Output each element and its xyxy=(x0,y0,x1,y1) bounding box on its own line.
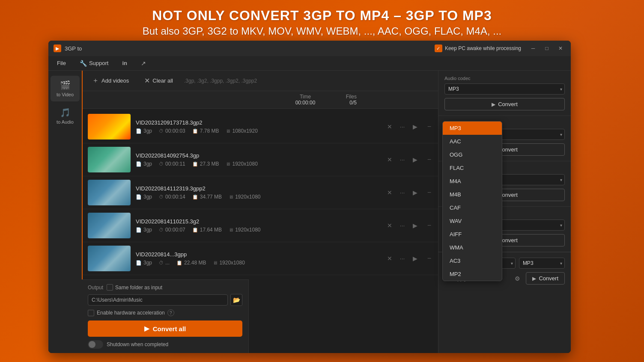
keep-awake-checkbox[interactable]: ✓ xyxy=(435,45,442,52)
dropdown-item[interactable]: AIFF xyxy=(443,228,502,241)
minimize-button[interactable]: ─ xyxy=(528,45,538,52)
play-preview-button[interactable]: ▶ xyxy=(410,187,420,198)
file-actions: ✕ ··· ▶ xyxy=(385,220,420,231)
clear-all-button[interactable]: ✕ Clear all xyxy=(140,74,177,87)
file-name: VID20220814112319.3gpp2 xyxy=(136,185,385,192)
menu-share[interactable]: ↗ xyxy=(137,58,149,68)
file-thumbnail xyxy=(88,213,131,238)
menubar: File 🔧 Support in ↗ xyxy=(48,56,571,71)
menu-support[interactable]: 🔧 Support xyxy=(76,58,112,68)
audio-icon: 🎵 xyxy=(60,107,71,118)
menu-file[interactable]: File xyxy=(54,58,69,68)
remove-file-button[interactable]: ✕ xyxy=(385,220,395,231)
file-size-icon: 📋 xyxy=(192,194,198,200)
file-name: VID20231209173718.3gp2 xyxy=(136,119,385,126)
shutdown-toggle[interactable] xyxy=(88,340,103,349)
titlebar-controls: ─ □ ✕ xyxy=(528,45,566,52)
sidebar-video-label: to Video xyxy=(57,92,74,97)
collapse-button[interactable]: − xyxy=(426,121,433,132)
remove-file-button[interactable]: ✕ xyxy=(385,187,395,198)
play-preview-button[interactable]: ▶ xyxy=(410,220,420,231)
hw-accel-checkbox[interactable] xyxy=(88,310,94,316)
same-folder-box[interactable] xyxy=(107,284,113,291)
table-row: VID20220814...3gpp 📄 3gp ⏱ ... 📋 22.48 M… xyxy=(83,242,438,275)
output-section: Output Same folder as input 📂 Enable har… xyxy=(82,279,249,353)
add-videos-button[interactable]: ＋ Add videos xyxy=(88,74,133,87)
file-name: VID20220814...3gpp xyxy=(136,251,385,258)
remove-file-button[interactable]: ✕ xyxy=(385,154,395,165)
dropdown-item[interactable]: M4B xyxy=(443,188,502,201)
clear-all-label: Clear all xyxy=(152,77,173,84)
dropdown-item[interactable]: CAF xyxy=(443,201,502,214)
table-row: VID20220814092754.3gp 📄 3gp ⏱ 00:00:11 📋… xyxy=(83,143,438,176)
clear-icon: ✕ xyxy=(144,77,150,85)
audio-codec-select[interactable]: MP3AAC xyxy=(519,258,565,269)
format-dropdown: MP3AACOGGFLACM4AM4BCAFWAVAIFFWMAAC3MP2 xyxy=(442,121,502,281)
keep-awake-label: Keep PC awake while processing xyxy=(445,45,521,51)
file-size: 📋 17.64 MB xyxy=(192,227,222,233)
collapse-button[interactable]: − xyxy=(426,253,433,264)
dropdown-item[interactable]: OGG xyxy=(443,148,502,161)
collapse-button[interactable]: − xyxy=(426,154,433,165)
keep-awake-container: ✓ Keep PC awake while processing xyxy=(435,45,521,52)
browse-folder-button[interactable]: 📂 xyxy=(230,294,242,306)
table-row: VID20220814110215.3g2 📄 3gp ⏱ 00:00:07 📋… xyxy=(83,209,438,242)
file-duration: ⏱ ... xyxy=(159,260,170,266)
bottom-convert-label: Convert xyxy=(539,275,558,282)
file-info: VID20220814092754.3gp 📄 3gp ⏱ 00:00:11 📋… xyxy=(136,152,385,167)
dropdown-item[interactable]: AAC xyxy=(443,135,502,148)
sidebar-item-video[interactable]: 🎬 to Video xyxy=(51,76,80,101)
dropdown-item[interactable]: M4A xyxy=(443,175,502,188)
more-options-button[interactable]: ··· xyxy=(397,154,408,165)
play-preview-button[interactable]: ▶ xyxy=(410,154,420,165)
file-thumbnail xyxy=(88,180,131,205)
same-folder-checkbox[interactable]: Same folder as input xyxy=(107,284,162,291)
menu-linkedin[interactable]: in xyxy=(119,58,131,68)
col-time: Time00:00:00 xyxy=(280,94,331,106)
more-options-button[interactable]: ··· xyxy=(397,122,408,132)
convert-button[interactable]: ▶ Convert xyxy=(444,98,565,110)
hw-help-button[interactable]: ? xyxy=(167,309,174,316)
file-actions: ✕ ··· ▶ xyxy=(385,187,420,198)
codec-select[interactable]: MP3 AAC OGG xyxy=(444,83,565,95)
play-preview-button[interactable]: ▶ xyxy=(410,122,420,132)
dropdown-item[interactable]: FLAC xyxy=(443,161,502,175)
play-preview-button[interactable]: ▶ xyxy=(410,253,420,264)
folder-icon: 📂 xyxy=(233,297,240,303)
file-size-icon: 📋 xyxy=(192,128,198,134)
output-path-input[interactable] xyxy=(88,294,228,306)
more-options-button[interactable]: ··· xyxy=(397,220,408,231)
add-videos-label: Add videos xyxy=(101,77,129,84)
remove-file-button[interactable]: ✕ xyxy=(385,122,395,132)
dropdown-item[interactable]: WMA xyxy=(443,241,502,254)
collapse-button[interactable]: − xyxy=(426,220,433,231)
clock-icon: ⏱ xyxy=(159,194,164,199)
dropdown-item[interactable]: MP2 xyxy=(443,267,502,281)
audio-codec-wrapper: MP3AAC xyxy=(519,258,565,269)
file-size-icon: 📋 xyxy=(192,161,198,167)
menu-file-label: File xyxy=(57,60,66,66)
format-hint: .3gp, .3g2, .3gpp, .3gp2, .3gpp2 xyxy=(184,78,433,84)
more-options-button[interactable]: ··· xyxy=(397,187,408,198)
file-thumbnail xyxy=(88,114,131,139)
more-options-button[interactable]: ··· xyxy=(397,253,408,264)
same-folder-label: Same folder as input xyxy=(115,285,162,291)
file-actions: ✕ ··· ▶ xyxy=(385,154,420,165)
bottom-convert-button[interactable]: ▶ Convert xyxy=(526,272,565,285)
monitor-icon: 🖥 xyxy=(226,161,230,166)
sidebar-item-audio[interactable]: 🎵 to Audio xyxy=(51,103,80,129)
dropdown-item[interactable]: AC3 xyxy=(443,254,502,267)
file-meta: 📄 3gp ⏱ 00:00:14 📋 34.77 MB 🖥 1920x1080 xyxy=(136,194,385,200)
sidebar: 🎬 to Video 🎵 to Audio xyxy=(48,71,83,353)
collapse-button[interactable]: − xyxy=(426,187,433,198)
wrench-icon: 🔧 xyxy=(80,60,87,67)
dropdown-item[interactable]: WAV xyxy=(443,214,502,228)
maximize-button[interactable]: □ xyxy=(542,45,552,52)
convert-all-button[interactable]: ▶ Convert all xyxy=(88,320,242,337)
file-size: 📋 7.78 MB xyxy=(192,128,219,134)
close-button[interactable]: ✕ xyxy=(555,45,566,52)
remove-file-button[interactable]: ✕ xyxy=(385,253,395,264)
dropdown-item[interactable]: MP3 xyxy=(443,122,502,135)
file-resolution: 🖥 1920x1080 xyxy=(229,227,260,233)
settings-button[interactable]: ⚙ xyxy=(511,273,523,285)
